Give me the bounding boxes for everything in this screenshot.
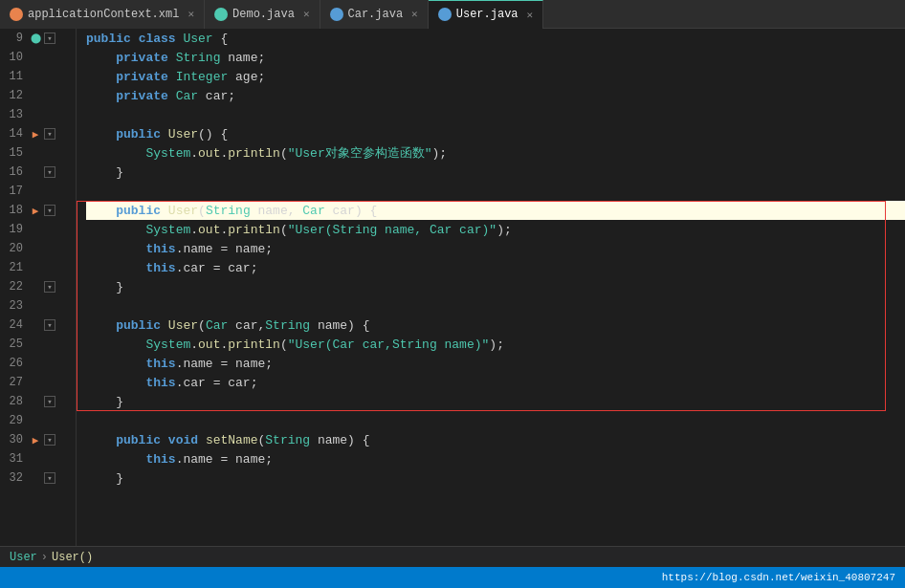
gutter-row: 28 ▾ [0, 392, 76, 411]
java-icon [330, 8, 343, 21]
tab-close-icon[interactable]: ✕ [303, 8, 310, 20]
code-line-26: this.name = name; [86, 354, 905, 373]
code-line-13 [86, 105, 905, 124]
code-line-18: public User(String name, Car car) { [86, 201, 905, 220]
tab-close-icon[interactable]: ✕ [527, 9, 534, 21]
xml-icon [10, 8, 23, 21]
gutter-row: 17 [0, 182, 76, 201]
tab-label: Car.java [348, 8, 404, 21]
tab-demo[interactable]: Demo.java ✕ [205, 0, 320, 29]
code-line-11: private Integer age; [86, 67, 905, 86]
java-icon [214, 8, 228, 21]
code-line-19: System.out.println("User(String name, Ca… [86, 220, 905, 239]
gutter-row: 10 [0, 48, 76, 67]
tab-applicationcontext[interactable]: applicationContext.xml ✕ [0, 0, 205, 29]
code-line-24: public User(Car car,String name) { [86, 316, 905, 335]
status-right: https://blog.csdn.net/weixin_40807247 [662, 572, 895, 583]
code-line-16: } [86, 163, 905, 182]
tab-label: applicationContext.xml [28, 8, 179, 21]
tab-label: Demo.java [232, 8, 295, 21]
breadcrumb: User › User() [0, 546, 905, 567]
code-line-10: private String name; [86, 48, 905, 67]
gutter-row: 31 [0, 449, 76, 468]
gutter-row: 15 [0, 143, 76, 163]
editor: 9 ⬤ ▾ 10 11 12 13 [0, 29, 905, 567]
code-line-12: private Car car; [86, 86, 905, 105]
line-gutter: 9 ⬤ ▾ 10 11 12 13 [0, 29, 77, 546]
gutter-row: 32 ▾ [0, 468, 76, 488]
code-line-29 [86, 411, 905, 430]
status-bar: https://blog.csdn.net/weixin_40807247 [0, 567, 905, 588]
gutter-row: 24 ▾ [0, 316, 76, 335]
fold-icon[interactable]: ▾ [44, 319, 55, 331]
fold-icon[interactable]: ▾ [44, 396, 55, 407]
code-line-20: this.name = name; [86, 239, 905, 258]
tab-close-icon[interactable]: ✕ [188, 8, 194, 20]
tab-user[interactable]: User.java ✕ [429, 0, 543, 29]
run-icon: ▶ [29, 127, 42, 141]
code-line-21: this.car = car; [86, 258, 905, 277]
java-icon [438, 8, 452, 21]
gutter-row: 19 [0, 220, 76, 239]
editor-wrapper: 9 ⬤ ▾ 10 11 12 13 [0, 29, 905, 546]
gutter-row: 16 ▾ [0, 163, 76, 182]
code-line-31: this.name = name; [86, 449, 905, 468]
tab-car[interactable]: Car.java ✕ [320, 0, 429, 29]
gutter-row: 21 [0, 258, 76, 277]
gutter-row: 29 [0, 411, 76, 430]
gutter-row: 26 [0, 354, 76, 373]
gutter-row: 25 [0, 335, 76, 354]
fold-icon[interactable]: ▾ [44, 166, 55, 178]
gutter-row: 11 [0, 67, 76, 86]
tab-label: User.java [456, 8, 519, 21]
code-lines: public class User { private String name;… [77, 29, 905, 488]
tab-bar: applicationContext.xml ✕ Demo.java ✕ Car… [0, 0, 905, 29]
code-line-14: public User() { [86, 124, 905, 143]
code-line-9: public class User { [86, 29, 905, 48]
gutter-row: 12 [0, 86, 76, 105]
code-line-25: System.out.println("User(Car car,String … [86, 335, 905, 354]
breadcrumb-class[interactable]: User [10, 551, 37, 564]
gutter-row: 13 [0, 105, 76, 124]
code-line-15: System.out.println("User对象空参构造函数"); [86, 143, 905, 163]
code-line-22: } [86, 277, 905, 296]
fold-icon[interactable]: ▾ [44, 205, 55, 216]
fold-icon[interactable]: ▾ [44, 281, 55, 293]
code-line-23 [86, 296, 905, 316]
gutter-row: 30 ▶ ▾ [0, 430, 76, 449]
gutter-row: 18 ▶ ▾ [0, 201, 76, 220]
bookmark-icon: ⬤ [29, 32, 42, 45]
code-line-30: public void setName(String name) { [86, 430, 905, 449]
run-icon: ▶ [29, 433, 42, 446]
gutter-row: 23 [0, 296, 76, 316]
code-area[interactable]: public class User { private String name;… [77, 29, 905, 546]
breadcrumb-method[interactable]: User() [52, 551, 93, 564]
breadcrumb-separator: › [41, 551, 48, 564]
gutter-row: 9 ⬤ ▾ [0, 29, 76, 48]
code-line-32: } [86, 468, 905, 488]
fold-icon[interactable]: ▾ [44, 472, 55, 484]
code-line-27: this.car = car; [86, 373, 905, 392]
code-line-17 [86, 182, 905, 201]
fold-icon[interactable]: ▾ [44, 128, 55, 140]
fold-icon[interactable]: ▾ [44, 33, 55, 44]
run-icon: ▶ [29, 204, 42, 217]
fold-icon[interactable]: ▾ [44, 434, 55, 446]
gutter-row: 20 [0, 239, 76, 258]
gutter-row: 27 [0, 373, 76, 392]
code-line-28: } [86, 392, 905, 411]
gutter-row: 22 ▾ [0, 277, 76, 296]
tab-close-icon[interactable]: ✕ [411, 8, 418, 20]
gutter-row: 14 ▶ ▾ [0, 124, 76, 143]
